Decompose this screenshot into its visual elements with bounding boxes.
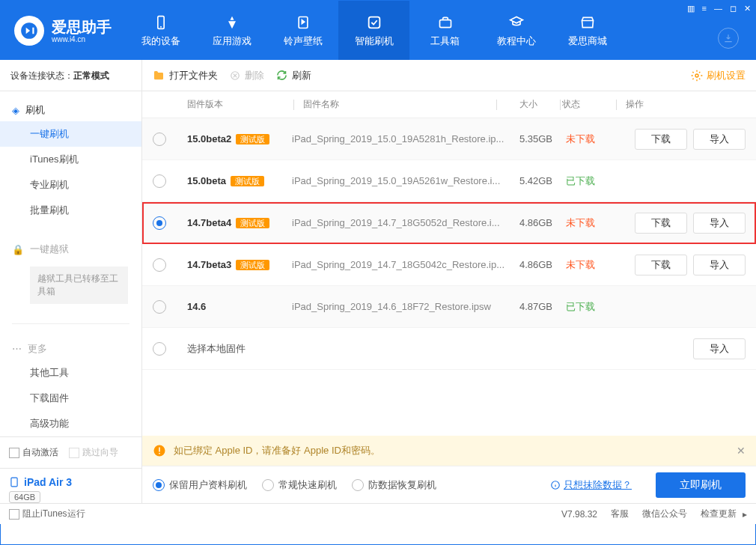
sidebar-item-batch[interactable]: 批量刷机: [0, 198, 141, 223]
warning-close[interactable]: ✕: [737, 445, 746, 457]
firmware-row[interactable]: 15.0beta2测试版iPad_Spring_2019_15.0_19A528…: [142, 118, 756, 160]
firmware-status: 已下载: [566, 174, 618, 188]
sidebar-item-downloadfw[interactable]: 下载固件: [0, 386, 141, 411]
firmware-radio[interactable]: [153, 216, 166, 230]
firmware-size: 4.86GB: [506, 259, 566, 270]
col-status: 状态: [562, 98, 615, 111]
brand-url: www.i4.cn: [52, 35, 112, 43]
device-storage: 64GB: [9, 491, 40, 503]
local-firmware-row[interactable]: 选择本地固件 导入: [142, 328, 756, 370]
win-maximize-icon[interactable]: ◻: [730, 4, 737, 13]
radio-normal[interactable]: [262, 479, 274, 491]
service-link[interactable]: 客服: [611, 508, 629, 520]
block-itunes-check[interactable]: 阻止iTunes运行: [9, 508, 85, 520]
nav-ringtones[interactable]: 铃声壁纸: [267, 1, 338, 61]
expand-icon[interactable]: ▸: [743, 509, 747, 520]
more-head[interactable]: ⋯ 更多: [0, 338, 141, 360]
nav-toolbox[interactable]: 工具箱: [409, 1, 481, 61]
logo-icon: [19, 21, 39, 40]
download-indicator[interactable]: [718, 28, 739, 49]
skip-guide-check[interactable]: 跳过向导: [69, 446, 118, 459]
svg-rect-4: [439, 20, 451, 28]
erase-data-link[interactable]: 只想抹除数据？: [550, 478, 632, 492]
win-menu-icon[interactable]: ≡: [702, 4, 707, 13]
import-button[interactable]: 导入: [693, 129, 746, 150]
column-header: 固件版本 固件名称 大小 状态 操作: [142, 91, 756, 118]
download-button[interactable]: 下载: [635, 213, 687, 234]
firmware-row[interactable]: 14.7beta4测试版iPad_Spring_2019_14.7_18G505…: [142, 202, 756, 244]
firmware-name: iPad_Spring_2019_14.7_18G5042c_Restore.i…: [292, 259, 506, 270]
firmware-radio[interactable]: [153, 258, 166, 272]
nav-smart-flash[interactable]: 智能刷机: [338, 1, 409, 61]
jailbreak-section: 🔒 一键越狱 越狱工具已转移至工具箱: [0, 231, 141, 317]
nav-my-device[interactable]: 我的设备: [125, 1, 196, 61]
import-button[interactable]: 导入: [693, 255, 746, 275]
flash-head[interactable]: ◈ 刷机: [0, 99, 141, 121]
sidebar-item-pro[interactable]: 专业刷机: [0, 172, 141, 198]
nav-apps[interactable]: 应用游戏: [196, 1, 267, 61]
firmware-row[interactable]: 14.7beta3测试版iPad_Spring_2019_14.7_18G504…: [142, 244, 756, 286]
device-status: 设备连接状态：正常模式: [0, 60, 141, 91]
nav-store[interactable]: 爱思商城: [552, 1, 623, 61]
flash-now-button[interactable]: 立即刷机: [656, 472, 746, 498]
tutorial-icon: [507, 13, 525, 31]
divider: [12, 323, 129, 324]
firmware-size: 4.87GB: [506, 301, 566, 312]
col-name: 固件名称: [296, 98, 495, 111]
radio-keep[interactable]: [153, 479, 165, 491]
download-button[interactable]: 下载: [635, 255, 687, 275]
status-bar: 阻止iTunes运行 V7.98.32 客服 微信公众号 检查更新 ▸: [0, 503, 756, 524]
opt-keep-data[interactable]: 保留用户资料刷机: [153, 478, 247, 492]
open-folder-button[interactable]: 打开文件夹: [153, 69, 218, 82]
firmware-radio[interactable]: [153, 174, 166, 188]
info-icon: [550, 480, 561, 490]
update-link[interactable]: 检查更新: [701, 508, 737, 520]
auto-activate-check[interactable]: 自动激活: [9, 446, 58, 459]
import-button[interactable]: 导入: [693, 213, 746, 234]
more-section: ⋯ 更多 其他工具 下载固件 高级功能: [0, 330, 141, 444]
wechat-link[interactable]: 微信公众号: [642, 508, 687, 520]
store-icon: [579, 13, 597, 31]
import-button[interactable]: 导入: [693, 338, 746, 359]
flash-settings-button[interactable]: 刷机设置: [691, 69, 746, 82]
sidebar-item-advanced[interactable]: 高级功能: [0, 411, 141, 436]
flash-options: 保留用户资料刷机 常规快速刷机 防数据恢复刷机 只想抹除数据？ 立即刷机: [142, 466, 756, 503]
gear-icon: [691, 70, 703, 82]
flash-section-icon: ◈: [12, 105, 19, 116]
firmware-status: 未下载: [566, 258, 618, 272]
jailbreak-note: 越狱工具已转移至工具箱: [30, 267, 128, 304]
radio-anti[interactable]: [352, 479, 364, 491]
firmware-name: iPad_Spring_2019_15.0_19A5261w_Restore.i…: [292, 175, 506, 186]
sidebar-item-oneclick[interactable]: 一键刷机: [0, 121, 141, 147]
firmware-version: 14.7beta4测试版: [187, 217, 292, 229]
firmware-status: 未下载: [566, 216, 618, 230]
delete-icon: [230, 70, 240, 81]
ringtone-icon: [294, 13, 312, 31]
window-controls: ▥ ≡ — ◻ ✕: [687, 4, 751, 13]
refresh-button[interactable]: 刷新: [276, 69, 311, 82]
main-nav: 我的设备 应用游戏 铃声壁纸 智能刷机 工具箱 教程中心 爱思商城: [125, 1, 623, 61]
beta-tag: 测试版: [231, 176, 264, 186]
opt-antidata[interactable]: 防数据恢复刷机: [352, 478, 436, 492]
svg-rect-12: [159, 453, 160, 454]
download-button[interactable]: 下载: [635, 129, 687, 150]
device-name: iPad Air 3: [9, 476, 132, 488]
toolbar: 打开文件夹 删除 刷新 刷机设置: [142, 60, 756, 91]
win-minimize-icon[interactable]: —: [714, 4, 722, 13]
firmware-radio[interactable]: [153, 300, 166, 314]
opt-normal[interactable]: 常规快速刷机: [262, 478, 337, 492]
radio-local[interactable]: [153, 342, 166, 356]
firmware-row[interactable]: 14.6iPad_Spring_2019_14.6_18F72_Restore.…: [142, 286, 756, 328]
win-close-icon[interactable]: ✕: [744, 4, 751, 13]
folder-icon: [153, 70, 165, 82]
sidebar-item-itunes[interactable]: iTunes刷机: [0, 147, 141, 172]
brand-logo[interactable]: 爱思助手 www.i4.cn: [1, 16, 125, 46]
sidebar-item-othertools[interactable]: 其他工具: [0, 360, 141, 386]
firmware-size: 4.86GB: [506, 217, 566, 228]
lock-icon: 🔒: [12, 244, 24, 255]
win-shirt-icon[interactable]: ▥: [687, 4, 695, 13]
delete-button[interactable]: 删除: [230, 69, 264, 82]
firmware-row[interactable]: 15.0beta测试版iPad_Spring_2019_15.0_19A5261…: [142, 160, 756, 202]
firmware-radio[interactable]: [153, 133, 166, 146]
nav-tutorials[interactable]: 教程中心: [481, 1, 552, 61]
